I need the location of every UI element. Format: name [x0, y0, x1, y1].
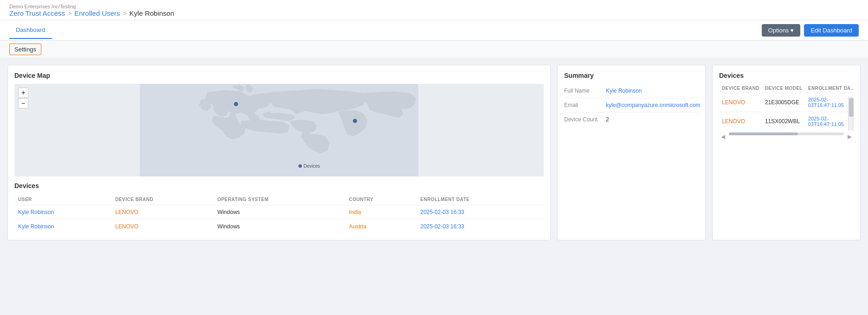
cell-enrollment: 2025-02-03 16:33 [417, 205, 544, 220]
device-map-title: Device Map [14, 72, 544, 79]
breadcrumb-sep1: > [68, 10, 71, 17]
cell-country: Austria [345, 220, 417, 234]
device-dot-austria [234, 102, 238, 106]
cell-model: 11SX002WBL [762, 112, 805, 131]
breadcrumb: Zero Trust Access > Enrolled Users > Kyl… [9, 9, 859, 17]
cell-enrollment: 2025-02-03 16:33 [417, 220, 544, 234]
options-button[interactable]: Options ▾ [762, 24, 801, 37]
col-os: OPERATING SYSTEM [213, 194, 345, 205]
settings-nav-item[interactable]: Settings [9, 44, 41, 55]
map-container: + − [14, 84, 544, 176]
summary-fields: Full Name Kyle Robinson Email kyle@compa… [564, 84, 699, 126]
summary-title: Summary [564, 72, 699, 79]
cell-brand: LENOVO [111, 220, 213, 234]
scrollbar-thumb [849, 98, 854, 117]
zoom-out-button[interactable]: − [18, 98, 28, 108]
nav-left: Dashboard [9, 22, 52, 39]
scroll-left-arrow[interactable]: ◀ [719, 132, 727, 141]
navbar: Dashboard Options ▾ Edit Dashboard [0, 20, 868, 41]
devices-right-table: DEVICE BRAND DEVICE MODEL ENROLLMENT DA.… [719, 84, 854, 131]
summary-row: Device Count 2 [564, 113, 699, 126]
nav-dashboard[interactable]: Dashboard [9, 22, 52, 39]
org-label: Demo Enterprises Inc/Testing [9, 4, 859, 9]
cell-brand: LENOVO [719, 93, 762, 112]
cell-os: Windows [213, 205, 345, 220]
edit-dashboard-button[interactable]: Edit Dashboard [804, 24, 859, 37]
summary-value: 2 [606, 116, 609, 123]
col-user: USER [14, 194, 111, 205]
breadcrumb-sep2: > [123, 10, 127, 17]
zoom-in-button[interactable]: + [18, 88, 28, 98]
list-item: LENOVO 11SX002WBL 2025-02-03T16:47:11.05 [719, 112, 854, 131]
table-row: Kyle Robinson LENOVO Windows India 2025-… [14, 205, 544, 220]
cell-country: India [345, 205, 417, 220]
cell-os: Windows [213, 220, 345, 234]
chevron-down-icon: ▾ [791, 27, 794, 34]
device-dot-india [353, 119, 357, 123]
scroll-bar-horizontal[interactable] [729, 132, 844, 135]
summary-value: kyle@companyazure.onmicrosoft.com [606, 102, 701, 108]
breadcrumb-level1[interactable]: Enrolled Users [74, 9, 120, 17]
breadcrumb-current: Kyle Robinson [129, 9, 174, 17]
nav-right: Options ▾ Edit Dashboard [762, 20, 859, 40]
subnav: Settings [0, 41, 868, 58]
summary-value: Kyle Robinson [606, 88, 642, 94]
summary-card: Summary Full Name Kyle Robinson Email ky… [557, 65, 706, 240]
header: Demo Enterprises Inc/Testing Zero Trust … [0, 0, 868, 20]
summary-row: Full Name Kyle Robinson [564, 84, 699, 98]
cell-user: Kyle Robinson [14, 220, 111, 234]
map-controls: + − [18, 88, 28, 108]
col-country: COUNTRY [345, 194, 417, 205]
scroll-right-arrow[interactable]: ▶ [846, 132, 854, 141]
col-enrollment: ENROLLMENT DATE [417, 194, 544, 205]
scroll-nav: ◀ ▶ [719, 132, 854, 141]
breadcrumb-root[interactable]: Zero Trust Access [9, 9, 65, 17]
cell-model: 21E3005DGE [762, 93, 805, 112]
list-item: LENOVO 21E3005DGE 2025-02-03T16:47:11.05 [719, 93, 854, 112]
col-device-model: DEVICE MODEL [762, 84, 805, 93]
summary-label: Email [564, 102, 606, 108]
svg-point-1 [298, 164, 302, 168]
col-enrollment-da: ENROLLMENT DA... [805, 84, 854, 93]
map-svg: Devices [14, 84, 544, 176]
col-device-brand: DEVICE BRAND [719, 84, 762, 93]
scroll-bar-thumb [729, 132, 798, 135]
devices-right-title: Devices [719, 72, 854, 79]
summary-label: Full Name [564, 88, 606, 94]
summary-row: Email kyle@companyazure.onmicrosoft.com [564, 98, 699, 113]
cell-brand: LENOVO [719, 112, 762, 131]
devices-table: USER DEVICE BRAND OPERATING SYSTEM COUNT… [14, 194, 544, 233]
summary-label: Device Count [564, 116, 606, 123]
svg-text:Devices: Devices [303, 164, 320, 169]
devices-section-title: Devices [14, 182, 544, 189]
main-content: Device Map + − [0, 58, 868, 247]
scrollbar-track[interactable] [848, 97, 854, 131]
cell-brand: LENOVO [111, 205, 213, 220]
table-row: Kyle Robinson LENOVO Windows Austria 202… [14, 220, 544, 234]
cell-enrollment: 2025-02-03T16:47:11.05 [805, 93, 854, 112]
col-brand: DEVICE BRAND [111, 194, 213, 205]
device-map-card: Device Map + − [7, 65, 551, 240]
cell-user: Kyle Robinson [14, 205, 111, 220]
options-label: Options [768, 27, 789, 34]
devices-right-card: Devices DEVICE BRAND DEVICE MODEL ENROLL… [712, 65, 861, 240]
cell-enrollment: 2025-02-03T16:47:11.05 [805, 112, 854, 131]
